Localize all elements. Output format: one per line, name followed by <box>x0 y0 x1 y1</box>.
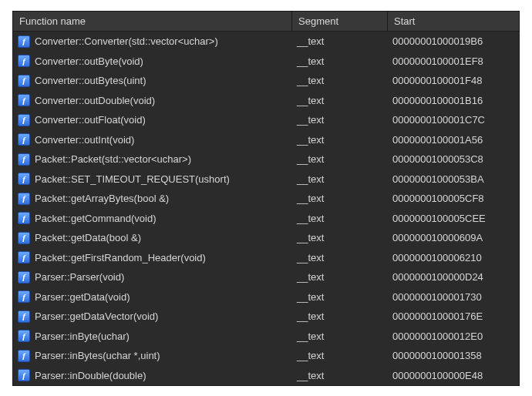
cell-start: 00000001000053BA <box>388 173 519 185</box>
function-icon: f <box>18 75 30 87</box>
table-row[interactable]: fConverter::outByte(void)__text000000010… <box>13 52 519 72</box>
function-name-text: Parser::getDataVector(void) <box>35 310 158 322</box>
table-row[interactable]: fParser::inBytes(uchar *,uint)__text0000… <box>13 346 519 366</box>
cell-function-name: fConverter::outInt(void) <box>13 133 292 146</box>
cell-start: 0000000100005CEE <box>388 213 519 224</box>
cell-segment: __text <box>292 291 388 303</box>
function-name-text: Packet::getCommand(void) <box>35 213 157 224</box>
function-icon: f <box>18 153 30 166</box>
table-row[interactable]: fPacket::SET_TIMEOUT_REQUEST(ushort)__te… <box>13 169 519 190</box>
function-name-text: Parser::Parser(void) <box>35 271 124 283</box>
function-name-text: Packet::Packet(std::vector<uchar>) <box>35 153 191 165</box>
cell-segment: __text <box>292 193 388 204</box>
function-icon-glyph: f <box>22 214 25 223</box>
function-name-text: Parser::getData(void) <box>35 291 130 303</box>
cell-start: 0000000100005CF8 <box>388 193 519 204</box>
cell-start: 0000000100001358 <box>388 350 519 361</box>
function-icon-glyph: f <box>22 116 25 124</box>
cell-start: 000000010000609A <box>388 232 519 243</box>
function-icon-glyph: f <box>22 371 25 380</box>
function-icon: f <box>18 133 30 146</box>
cell-start: 00000001000019B6 <box>388 35 519 47</box>
function-icon: f <box>18 173 30 185</box>
function-name-text: Parser::inBytes(uchar *,uint) <box>35 350 160 361</box>
cell-segment: __text <box>292 153 388 165</box>
table-row[interactable]: fPacket::getArrayBytes(bool &)__text0000… <box>13 189 519 209</box>
cell-segment: __text <box>292 173 388 185</box>
function-icon-glyph: f <box>22 273 25 281</box>
cell-function-name: fConverter::outByte(void) <box>13 55 292 67</box>
cell-start: 0000000100000D24 <box>388 271 519 283</box>
function-name-text: Converter::outFloat(void) <box>35 114 146 126</box>
functions-table: Function name Segment Start fConverter::… <box>12 11 520 386</box>
table-row[interactable]: fConverter::outBytes(uint)__text00000001… <box>13 71 519 91</box>
cell-segment: __text <box>292 213 388 224</box>
cell-function-name: fConverter::outFloat(void) <box>13 114 292 126</box>
function-icon-glyph: f <box>22 293 25 301</box>
function-name-text: Converter::outBytes(uint) <box>35 75 146 86</box>
cell-segment: __text <box>292 114 388 126</box>
function-icon: f <box>18 212 30 224</box>
cell-function-name: fPacket::getArrayBytes(bool &) <box>13 193 292 205</box>
table-row[interactable]: fParser::inDouble(double)__text000000010… <box>13 366 519 386</box>
cell-start: 0000000100001730 <box>388 291 519 303</box>
cell-start: 0000000100000E48 <box>388 370 519 381</box>
cell-segment: __text <box>292 370 388 381</box>
table-body: fConverter::Converter(std::vector<uchar>… <box>13 32 519 385</box>
cell-start: 00000001000012E0 <box>388 331 519 342</box>
cell-start: 0000000100001B16 <box>388 95 519 106</box>
cell-function-name: fPacket::SET_TIMEOUT_REQUEST(ushort) <box>13 173 292 185</box>
table-row[interactable]: fConverter::outInt(void)__text0000000100… <box>13 130 519 150</box>
function-name-text: Packet::SET_TIMEOUT_REQUEST(ushort) <box>35 173 230 185</box>
function-icon-glyph: f <box>22 312 25 320</box>
cell-function-name: fParser::inDouble(double) <box>13 369 292 381</box>
table-row[interactable]: fConverter::outFloat(void)__text00000001… <box>13 110 519 130</box>
cell-start: 0000000100006210 <box>388 252 519 263</box>
table-row[interactable]: fPacket::getFirstRandom_Header(void)__te… <box>13 248 519 268</box>
function-icon: f <box>18 114 30 126</box>
function-name-text: Converter::Converter(std::vector<uchar>) <box>35 35 218 47</box>
cell-segment: __text <box>292 75 388 86</box>
function-icon-glyph: f <box>22 76 25 85</box>
cell-function-name: fPacket::getData(bool &) <box>13 232 292 244</box>
cell-segment: __text <box>292 350 388 361</box>
cell-start: 0000000100001EF8 <box>388 55 519 67</box>
function-icon-glyph: f <box>22 194 25 203</box>
cell-start: 000000010000176E <box>388 310 519 322</box>
table-row[interactable]: fConverter::Converter(std::vector<uchar>… <box>13 32 519 52</box>
column-header-name[interactable]: Function name <box>13 12 292 31</box>
function-icon-glyph: f <box>22 233 25 242</box>
function-icon: f <box>18 350 30 362</box>
cell-function-name: fPacket::getCommand(void) <box>13 212 292 224</box>
column-header-start[interactable]: Start <box>388 12 519 31</box>
table-row[interactable]: fConverter::outDouble(void)__text0000000… <box>13 91 519 111</box>
function-icon-glyph: f <box>22 253 25 262</box>
column-header-segment[interactable]: Segment <box>292 12 388 31</box>
function-icon-glyph: f <box>22 175 25 183</box>
function-icon: f <box>18 330 30 342</box>
table-row[interactable]: fPacket::getCommand(void)__text000000010… <box>13 209 519 229</box>
function-icon: f <box>18 35 30 48</box>
cell-function-name: fPacket::Packet(std::vector<uchar>) <box>13 153 292 166</box>
cell-segment: __text <box>292 232 388 243</box>
function-icon-glyph: f <box>22 57 25 65</box>
cell-function-name: fParser::getDataVector(void) <box>13 310 292 323</box>
table-row[interactable]: fPacket::Packet(std::vector<uchar>)__tex… <box>13 149 519 169</box>
function-icon-glyph: f <box>22 332 25 341</box>
cell-segment: __text <box>292 55 388 67</box>
cell-start: 00000001000053C8 <box>388 153 519 165</box>
table-row[interactable]: fParser::getData(void)__text000000010000… <box>13 287 519 307</box>
function-icon: f <box>18 55 30 67</box>
function-name-text: Packet::getArrayBytes(bool &) <box>35 193 169 204</box>
table-row[interactable]: fParser::Parser(void)__text0000000100000… <box>13 267 519 287</box>
cell-function-name: fParser::inBytes(uchar *,uint) <box>13 350 292 362</box>
cell-segment: __text <box>292 310 388 322</box>
cell-segment: __text <box>292 271 388 283</box>
function-icon-glyph: f <box>22 351 25 360</box>
table-row[interactable]: fParser::inByte(uchar)__text000000010000… <box>13 327 519 347</box>
table-row[interactable]: fPacket::getData(bool &)__text0000000100… <box>13 228 519 248</box>
cell-function-name: fConverter::outBytes(uint) <box>13 75 292 87</box>
function-icon: f <box>18 310 30 323</box>
function-name-text: Converter::outInt(void) <box>35 134 134 146</box>
table-row[interactable]: fParser::getDataVector(void)__text000000… <box>13 307 519 327</box>
